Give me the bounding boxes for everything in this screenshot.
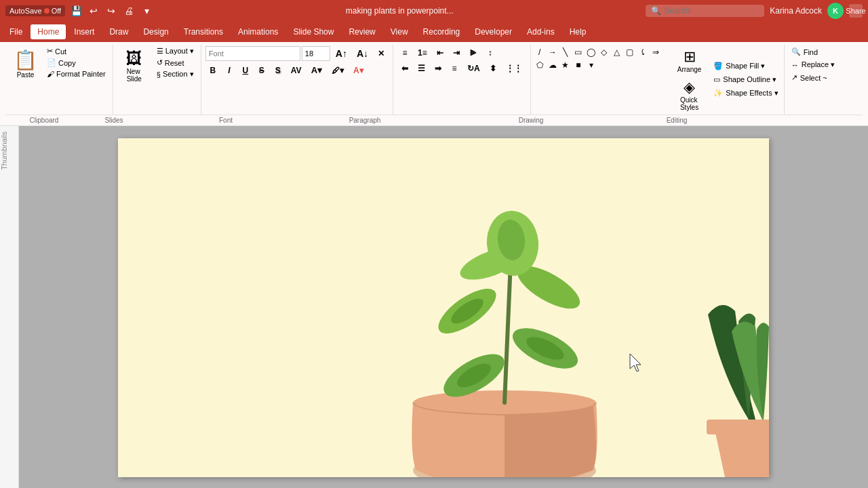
text-align-vert-button[interactable]: ⬍: [486, 62, 500, 75]
shadow-button[interactable]: S: [271, 64, 285, 77]
bold-button[interactable]: B: [205, 64, 220, 77]
decrease-indent-button[interactable]: ⇤: [433, 46, 448, 60]
diamond-icon[interactable]: ◇: [598, 46, 610, 58]
slides-right: ☰ Layout ▾ ↺ Reset § Section ▾: [154, 46, 197, 113]
columns-button[interactable]: ⫸: [465, 46, 481, 60]
chevron-down-icon[interactable]: ▾: [585, 59, 597, 71]
undo-icon[interactable]: ↩: [87, 4, 100, 18]
thumbnails-label: Thumbnails: [0, 131, 8, 170]
decrease-font-button[interactable]: A↓: [353, 46, 372, 61]
slide-canvas[interactable]: [19, 126, 868, 488]
paste-button[interactable]: 📋 Paste: [9, 46, 41, 113]
menu-design[interactable]: Design: [136, 24, 175, 39]
slide[interactable]: [118, 138, 769, 477]
underline-button[interactable]: U: [238, 64, 253, 77]
menu-review[interactable]: Review: [342, 24, 382, 39]
user-avatar[interactable]: K: [827, 3, 844, 19]
star-icon[interactable]: ★: [559, 59, 572, 71]
search-icon: 🔍: [651, 6, 661, 16]
format-painter-button[interactable]: 🖌 Format Painter: [44, 69, 108, 79]
menu-file[interactable]: File: [3, 24, 29, 39]
find-icon: 🔍: [791, 47, 801, 56]
smartart-button[interactable]: ⋮⋮: [502, 62, 526, 75]
customize-icon[interactable]: ▾: [140, 4, 153, 18]
title-bar-center: making plants in powerpoint...: [153, 6, 646, 16]
clipboard-label: Clipboard: [8, 117, 80, 124]
quick-styles-button[interactable]: ◈ QuickStyles: [673, 77, 706, 113]
diagonal-icon[interactable]: ╲: [559, 46, 572, 58]
align-center-button[interactable]: ☰: [414, 62, 429, 75]
highlight-btn[interactable]: 🖊▾: [328, 64, 348, 77]
menu-slideshow[interactable]: Slide Show: [286, 24, 340, 39]
menu-animations[interactable]: Animations: [231, 24, 285, 39]
replace-button[interactable]: ↔ Replace ▾: [789, 59, 837, 70]
line-icon[interactable]: /: [534, 46, 546, 58]
text-direction-button[interactable]: ↻A: [463, 62, 484, 75]
cloud-icon[interactable]: ☁: [547, 59, 559, 71]
menu-addins[interactable]: Add-ins: [520, 24, 561, 39]
autosave-status: Off: [52, 7, 61, 15]
redo-icon[interactable]: ↪: [104, 4, 118, 18]
menu-help[interactable]: Help: [563, 24, 593, 39]
numbered-list-button[interactable]: 1≡: [414, 46, 431, 60]
main-content: Thumbnails: [0, 126, 868, 488]
font-color-btn2[interactable]: A▾: [349, 64, 368, 77]
rect-outline-icon[interactable]: ▭: [572, 46, 585, 58]
bullet-list-button[interactable]: ≡: [397, 46, 412, 60]
find-button[interactable]: 🔍 Find: [789, 46, 837, 58]
menu-recording[interactable]: Recording: [416, 24, 467, 39]
reset-button[interactable]: ↺ Reset: [154, 58, 197, 68]
section-button[interactable]: § Section ▾: [154, 69, 197, 79]
strikethrough-button[interactable]: S: [254, 64, 269, 77]
menu-home[interactable]: Home: [31, 24, 66, 39]
shape-outline-button[interactable]: ▭ Shape Outline ▾: [711, 74, 781, 85]
share-icon[interactable]: Share: [849, 4, 863, 18]
select-button[interactable]: ↗ Select ~: [789, 72, 837, 83]
triangle-icon[interactable]: △: [611, 46, 623, 58]
line-spacing-button[interactable]: ↕: [483, 46, 498, 60]
new-slide-button[interactable]: 🖼 NewSlide: [117, 46, 151, 113]
search-box[interactable]: 🔍: [646, 5, 764, 17]
align-right-button[interactable]: ➡: [431, 62, 446, 75]
autosave-dot: [44, 8, 50, 14]
bend-arrow-icon[interactable]: ⤹: [637, 46, 649, 58]
menu-transitions[interactable]: Transitions: [177, 24, 230, 39]
replace-icon: ↔: [791, 61, 799, 69]
italic-button[interactable]: I: [222, 64, 237, 77]
copy-button[interactable]: 📄 Copy: [44, 58, 108, 68]
menu-insert[interactable]: Insert: [67, 24, 101, 39]
drawing-tools-right: ⊞ Arrange ◈ QuickStyles: [671, 46, 706, 113]
save-icon[interactable]: 💾: [69, 4, 83, 18]
ribbon-labels-row: Clipboard Slides Font Paragraph Drawing …: [5, 115, 863, 125]
rounded-rect-icon[interactable]: ▢: [624, 46, 636, 58]
print-icon[interactable]: 🖨: [122, 4, 136, 18]
cut-button[interactable]: ✂ Cut: [44, 46, 108, 56]
pentagon-icon[interactable]: ⬠: [534, 59, 546, 71]
justify-button[interactable]: ≡: [447, 62, 462, 75]
search-input[interactable]: [664, 6, 759, 16]
increase-font-button[interactable]: A↑: [332, 46, 351, 61]
clear-format-button[interactable]: ✕: [374, 47, 389, 60]
increase-indent-button[interactable]: ⇥: [449, 46, 464, 60]
rect-solid-icon[interactable]: ■: [572, 59, 585, 71]
shape-fill-button[interactable]: 🪣 Shape Fill ▾: [711, 60, 781, 72]
menu-bar: File Home Insert Draw Design Transitions…: [0, 22, 868, 42]
arrow-line-icon[interactable]: →: [547, 46, 559, 58]
autosave-badge[interactable]: AutoSave Off: [5, 5, 65, 16]
align-left-button[interactable]: ⬅: [397, 62, 412, 75]
font-size-input[interactable]: [302, 46, 330, 61]
menu-draw[interactable]: Draw: [102, 24, 135, 39]
font-name-input[interactable]: [205, 46, 300, 61]
char-spacing-button[interactable]: AV: [287, 64, 306, 77]
oval-icon[interactable]: ◯: [585, 46, 597, 58]
drawing-label: Drawing: [426, 117, 636, 124]
menu-developer[interactable]: Developer: [468, 24, 519, 39]
quick-styles-icon: ◈: [684, 79, 695, 96]
shape-effects-button[interactable]: ✨ Shape Effects ▾: [711, 87, 781, 99]
layout-button[interactable]: ☰ Layout ▾: [154, 46, 197, 56]
menu-view[interactable]: View: [384, 24, 415, 39]
left-panel[interactable]: Thumbnails: [0, 126, 19, 488]
font-color-btn[interactable]: A▾: [307, 63, 326, 77]
arrange-button[interactable]: ⊞ Arrange: [673, 46, 706, 75]
right-arrow-icon[interactable]: ⇒: [650, 46, 662, 58]
